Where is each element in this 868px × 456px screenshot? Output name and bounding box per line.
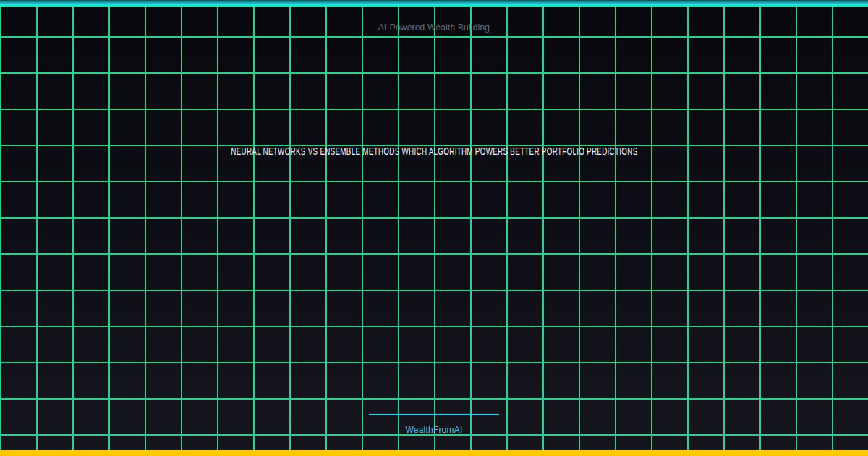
title-container: NEURAL NETWORKS VS ENSEMBLE METHODS WHIC…: [0, 145, 868, 158]
brand-name: WealthFromAI: [0, 425, 868, 435]
eyebrow-text: AI-Powered Wealth Building: [0, 22, 868, 33]
grid-overlay: [0, 0, 868, 456]
top-accent-bar: [0, 0, 868, 7]
page-title: NEURAL NETWORKS VS ENSEMBLE METHODS WHIC…: [231, 145, 637, 158]
banner-card: AI-Powered Wealth Building NEURAL NETWOR…: [0, 0, 868, 456]
divider-line: [369, 414, 499, 415]
bottom-accent-bar: [0, 450, 868, 456]
